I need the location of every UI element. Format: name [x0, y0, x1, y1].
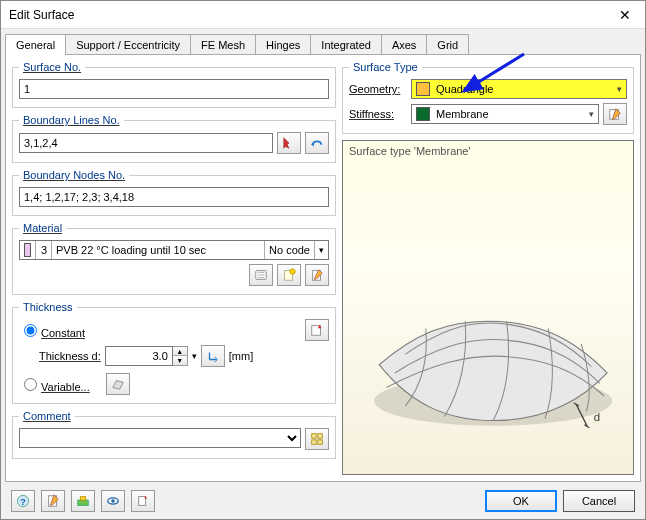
pick-lines-button[interactable]: [277, 132, 301, 154]
material-combo[interactable]: 3 PVB 22 °C loading until 10 sec No code…: [19, 240, 329, 260]
group-boundary-nodes: Boundary Nodes No.: [12, 169, 336, 216]
spin-up-icon[interactable]: ▲: [173, 347, 187, 356]
material-library-button[interactable]: [249, 264, 273, 286]
svg-point-2: [290, 269, 295, 274]
svg-rect-20: [80, 496, 85, 500]
input-boundary-nodes[interactable]: [19, 187, 329, 207]
tab-axes[interactable]: Axes: [381, 34, 427, 55]
label-thickness: Thickness: [19, 301, 77, 313]
svg-rect-5: [312, 434, 316, 438]
report-button[interactable]: [41, 490, 65, 512]
group-material: Material 3 PVB 22 °C loading until 10 se…: [12, 222, 336, 295]
right-column: Surface Type Geometry: Quadrangle ▾ Stif…: [342, 61, 634, 475]
stiffness-combo[interactable]: Membrane ▾: [411, 104, 599, 124]
label-material: Material: [19, 222, 66, 234]
label-boundary-nodes: Boundary Nodes No.: [19, 169, 129, 181]
thickness-step-button[interactable]: [201, 345, 225, 367]
radio-variable[interactable]: [24, 378, 37, 391]
geometry-value: Quadrangle: [436, 83, 494, 95]
group-thickness: Thickness Constant Thickness d: ▲▼ ▾: [12, 301, 336, 404]
content-area: Surface No. Boundary Lines No. Boundary …: [5, 54, 641, 482]
preview-pane: Surface type 'Membrane': [342, 140, 634, 475]
label-geometry: Geometry:: [349, 83, 407, 95]
label-comment: Comment: [19, 410, 75, 422]
tab-support[interactable]: Support / Eccentricity: [65, 34, 191, 55]
window-title: Edit Surface: [9, 8, 605, 22]
input-boundary-lines[interactable]: [19, 133, 273, 153]
stiffness-value: Membrane: [436, 108, 489, 120]
tab-integrated[interactable]: Integrated: [310, 34, 382, 55]
chevron-down-icon: ▾: [617, 84, 622, 94]
titlebar: Edit Surface ✕: [1, 1, 645, 29]
label-boundary-lines: Boundary Lines No.: [19, 114, 124, 126]
chevron-down-icon: ▾: [315, 241, 328, 259]
label-surface-no: Surface No.: [19, 61, 85, 73]
label-thickness-d: Thickness d:: [39, 350, 101, 362]
left-column: Surface No. Boundary Lines No. Boundary …: [12, 61, 336, 475]
close-button[interactable]: ✕: [605, 1, 645, 29]
material-code: No code: [265, 241, 315, 259]
tab-hinges[interactable]: Hinges: [255, 34, 311, 55]
radio-variable-label[interactable]: Variable...: [19, 375, 90, 393]
stiffness-edit-button[interactable]: [603, 103, 627, 125]
label-stiffness: Stiffness:: [349, 108, 407, 120]
material-edit-button[interactable]: [305, 264, 329, 286]
chevron-down-icon: ▾: [192, 351, 197, 361]
svg-point-22: [111, 499, 115, 503]
svg-rect-8: [318, 440, 322, 444]
svg-rect-7: [312, 440, 316, 444]
radio-constant[interactable]: [24, 324, 37, 337]
group-surface-type: Surface Type Geometry: Quadrangle ▾ Stif…: [342, 61, 634, 134]
svg-rect-23: [139, 496, 146, 505]
comment-combo[interactable]: [19, 428, 301, 448]
pin-button[interactable]: [131, 490, 155, 512]
variable-thickness-button[interactable]: [106, 373, 130, 395]
geometry-combo[interactable]: Quadrangle ▾: [411, 79, 627, 99]
tab-fe-mesh[interactable]: FE Mesh: [190, 34, 256, 55]
chevron-down-icon: ▾: [589, 109, 594, 119]
calc-button[interactable]: [71, 490, 95, 512]
svg-text:?: ?: [20, 495, 26, 506]
svg-rect-19: [78, 500, 89, 505]
material-new-button[interactable]: [277, 264, 301, 286]
thickness-favorite-button[interactable]: [305, 319, 329, 341]
label-thickness-unit: [mm]: [229, 350, 253, 362]
ok-button[interactable]: OK: [485, 490, 557, 512]
surface-preview-icon: d: [343, 141, 633, 474]
group-boundary-lines: Boundary Lines No.: [12, 114, 336, 163]
material-name: PVB 22 °C loading until 10 sec: [52, 241, 265, 259]
tab-strip: General Support / Eccentricity FE Mesh H…: [1, 29, 645, 54]
footer: ? OK Cancel: [1, 482, 645, 519]
spin-down-icon[interactable]: ▼: [173, 356, 187, 365]
cancel-button[interactable]: Cancel: [563, 490, 635, 512]
tab-grid[interactable]: Grid: [426, 34, 469, 55]
svg-rect-6: [318, 434, 322, 438]
help-button[interactable]: ?: [11, 490, 35, 512]
material-index: 3: [36, 241, 52, 259]
edit-surface-dialog: Edit Surface ✕ General Support / Eccentr…: [0, 0, 646, 520]
material-swatch: [24, 243, 31, 257]
thickness-d-spinner[interactable]: ▲▼: [105, 346, 188, 366]
tab-general[interactable]: General: [5, 34, 66, 55]
group-comment: Comment: [12, 410, 336, 459]
reverse-lines-button[interactable]: [305, 132, 329, 154]
preview-label: Surface type 'Membrane': [349, 145, 471, 157]
input-surface-no[interactable]: [19, 79, 329, 99]
input-thickness-d[interactable]: [105, 346, 173, 366]
geometry-swatch: [416, 82, 430, 96]
stiffness-swatch: [416, 107, 430, 121]
comment-apply-button[interactable]: [305, 428, 329, 450]
label-surface-type: Surface Type: [349, 61, 422, 73]
view-button[interactable]: [101, 490, 125, 512]
svg-text:d: d: [594, 411, 600, 423]
radio-constant-label[interactable]: Constant: [19, 321, 85, 339]
group-surface-no: Surface No.: [12, 61, 336, 108]
